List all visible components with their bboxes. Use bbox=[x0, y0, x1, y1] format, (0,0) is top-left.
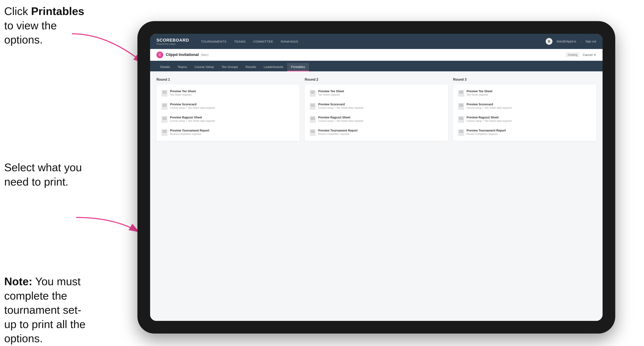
r2-raguzzi-text: Preview Raguzzi Sheet Course setup + Tee… bbox=[318, 116, 363, 122]
r1-tee-sheet-text: Preview Tee Sheet Tee Sheet required bbox=[170, 90, 196, 96]
r1-tournament-report[interactable]: Preview Tournament Report Round Completi… bbox=[160, 127, 296, 138]
r1-scorecard-label: Preview Scorecard bbox=[170, 103, 215, 106]
raguzzi-icon-r2 bbox=[310, 116, 316, 123]
r3-tee-sheet-text: Preview Tee Sheet Tee Sheet required bbox=[466, 90, 492, 96]
round-1-title: Round 1 bbox=[156, 78, 300, 81]
tab-leaderboards[interactable]: Leaderboards bbox=[260, 63, 287, 71]
scorecard-icon-r2 bbox=[310, 103, 316, 110]
tournament-report-icon-r1 bbox=[162, 129, 168, 136]
tablet-screen: SCOREBOARD Powered by clippd TOURNAMENTS… bbox=[150, 34, 602, 321]
r2-scorecard[interactable]: Preview Scorecard Course setup + Tee She… bbox=[308, 101, 444, 111]
r3-tournament-report-label: Preview Tournament Report bbox=[466, 129, 506, 132]
r3-tee-sheet[interactable]: Preview Tee Sheet Tee Sheet required bbox=[457, 88, 592, 98]
scoreboard-logo: SCOREBOARD Powered by clippd bbox=[156, 38, 189, 45]
tee-sheet-icon-r1 bbox=[162, 90, 168, 97]
round-2-title: Round 2 bbox=[305, 78, 448, 81]
tournament-logo: C bbox=[156, 51, 163, 58]
r1-tournament-report-sublabel: Round Completion required bbox=[170, 133, 209, 136]
main-content: Round 1 Preview Tee Sheet Tee Sheet requ… bbox=[150, 71, 602, 321]
round-1-card: Preview Tee Sheet Tee Sheet required Pre… bbox=[156, 84, 300, 141]
r1-raguzzi-label: Preview Raguzzi Sheet bbox=[170, 116, 215, 119]
top-nav-right: B blair@clippd.io | Sign out bbox=[546, 38, 596, 45]
arrow-top bbox=[66, 29, 146, 72]
r1-tee-sheet[interactable]: Preview Tee Sheet Tee Sheet required bbox=[160, 88, 296, 98]
r1-raguzzi-text: Preview Raguzzi Sheet Course setup + Tee… bbox=[170, 116, 215, 122]
r1-tee-sheet-sublabel: Tee Sheet required bbox=[170, 93, 196, 96]
r1-tournament-report-label: Preview Tournament Report bbox=[170, 129, 209, 132]
r1-raguzzi-sublabel: Course setup + Tee Sheet data required bbox=[170, 120, 215, 122]
r1-scorecard-sublabel: Course setup + Tee Sheet data required bbox=[170, 106, 215, 109]
r3-scorecard-label: Preview Scorecard bbox=[466, 103, 512, 106]
r2-scorecard-sublabel: Course setup + Tee Sheet data required bbox=[318, 106, 363, 109]
tournament-sub: (Men) bbox=[201, 53, 209, 57]
r3-raguzzi-label: Preview Raguzzi Sheet bbox=[466, 116, 512, 119]
round-3-section: Round 3 Preview Tee Sheet Tee Sheet requ… bbox=[453, 78, 596, 141]
sub-nav: Details Teams Course Setup Tee Groups Re… bbox=[150, 61, 602, 71]
logo-title: SCOREBOARD bbox=[156, 38, 189, 43]
user-avatar: B bbox=[546, 38, 552, 45]
tournament-report-icon-r3 bbox=[458, 129, 464, 136]
r3-scorecard[interactable]: Preview Scorecard Course setup + Tee She… bbox=[457, 101, 592, 111]
r2-scorecard-text: Preview Scorecard Course setup + Tee She… bbox=[318, 103, 363, 109]
cancel-button[interactable]: Cancel ✕ bbox=[583, 53, 596, 57]
round-2-section: Round 2 Preview Tee Sheet Tee Sheet requ… bbox=[305, 78, 448, 141]
r2-tournament-report-label: Preview Tournament Report bbox=[318, 129, 358, 132]
divider: | bbox=[580, 40, 581, 43]
r3-raguzzi[interactable]: Preview Raguzzi Sheet Course setup + Tee… bbox=[457, 114, 592, 125]
tab-tee-groups[interactable]: Tee Groups bbox=[218, 63, 242, 71]
annotation-mid: Select what you need to print. bbox=[4, 161, 93, 189]
tab-teams[interactable]: Teams bbox=[174, 63, 191, 71]
round-1-section: Round 1 Preview Tee Sheet Tee Sheet requ… bbox=[156, 78, 300, 141]
nav-committee[interactable]: COMMITTEE bbox=[250, 38, 277, 45]
sign-out-link[interactable]: Sign out bbox=[586, 40, 596, 43]
annotation-mid-text: Select what you need to print. bbox=[4, 161, 82, 188]
r2-tee-sheet-sublabel: Tee Sheet required bbox=[318, 93, 344, 96]
r1-scorecard[interactable]: Preview Scorecard Course setup + Tee She… bbox=[160, 101, 296, 111]
r3-raguzzi-sublabel: Course setup + Tee Sheet data required bbox=[466, 120, 512, 122]
r2-scorecard-label: Preview Scorecard bbox=[318, 103, 363, 106]
rounds-grid: Round 1 Preview Tee Sheet Tee Sheet requ… bbox=[156, 78, 596, 141]
r1-tee-sheet-label: Preview Tee Sheet bbox=[170, 90, 196, 93]
raguzzi-icon-r3 bbox=[458, 116, 464, 123]
r2-raguzzi-label: Preview Raguzzi Sheet bbox=[318, 116, 363, 119]
annotation-bold: Printables bbox=[31, 5, 84, 17]
tab-details[interactable]: Details bbox=[156, 63, 174, 71]
tournament-name: Clippd Invitational bbox=[166, 53, 199, 57]
hosting-badge: Hosting bbox=[566, 52, 579, 57]
round-3-card: Preview Tee Sheet Tee Sheet required Pre… bbox=[453, 84, 596, 141]
tournament-bar: C Clippd Invitational (Men) Hosting Canc… bbox=[150, 49, 602, 61]
tab-course-setup[interactable]: Course Setup bbox=[191, 63, 218, 71]
r2-tournament-report-text: Preview Tournament Report Round Completi… bbox=[318, 129, 358, 136]
r3-tournament-report-sublabel: Round Completion required bbox=[466, 133, 506, 136]
r1-tournament-report-text: Preview Tournament Report Round Completi… bbox=[170, 129, 209, 136]
nav-teams[interactable]: TEAMS bbox=[231, 38, 249, 45]
r3-tee-sheet-sublabel: Tee Sheet required bbox=[466, 93, 492, 96]
r3-tee-sheet-label: Preview Tee Sheet bbox=[466, 90, 492, 93]
r1-scorecard-text: Preview Scorecard Course setup + Tee She… bbox=[170, 103, 215, 109]
annotation-bottom-text: Note: You must complete the tournament s… bbox=[4, 275, 86, 345]
r2-tournament-report[interactable]: Preview Tournament Report Round Completi… bbox=[308, 127, 444, 138]
annotation-note-bold: Note: bbox=[4, 275, 32, 288]
r1-raguzzi[interactable]: Preview Raguzzi Sheet Course setup + Tee… bbox=[160, 114, 296, 125]
tee-sheet-icon-r2 bbox=[310, 90, 316, 97]
user-email: blair@clippd.io bbox=[557, 40, 576, 43]
tab-results[interactable]: Results bbox=[242, 63, 260, 71]
nav-tournaments[interactable]: TOURNAMENTS bbox=[198, 38, 230, 45]
annotation-bottom: Note: You must complete the tournament s… bbox=[4, 274, 93, 346]
nav-rankings[interactable]: RANKINGS bbox=[278, 38, 302, 45]
top-nav: SCOREBOARD Powered by clippd TOURNAMENTS… bbox=[150, 34, 602, 49]
r2-raguzzi[interactable]: Preview Raguzzi Sheet Course setup + Tee… bbox=[308, 114, 444, 125]
r2-tee-sheet-text: Preview Tee Sheet Tee Sheet required bbox=[318, 90, 344, 96]
top-nav-links: TOURNAMENTS TEAMS COMMITTEE RANKINGS bbox=[198, 38, 546, 45]
scorecard-icon-r1 bbox=[162, 103, 168, 110]
tournament-bar-right: Hosting Cancel ✕ bbox=[566, 52, 596, 57]
round-2-card: Preview Tee Sheet Tee Sheet required Pre… bbox=[305, 84, 448, 141]
r3-scorecard-text: Preview Scorecard Course setup + Tee She… bbox=[466, 103, 512, 109]
tee-sheet-icon-r3 bbox=[458, 90, 464, 97]
r2-tee-sheet[interactable]: Preview Tee Sheet Tee Sheet required bbox=[308, 88, 444, 98]
tournament-report-icon-r2 bbox=[310, 129, 316, 136]
logo-sub: Powered by clippd bbox=[156, 43, 189, 45]
r3-tournament-report[interactable]: Preview Tournament Report Round Completi… bbox=[457, 127, 592, 138]
tab-printables[interactable]: Printables bbox=[287, 63, 309, 71]
r2-tournament-report-sublabel: Round Completion required bbox=[318, 133, 358, 136]
